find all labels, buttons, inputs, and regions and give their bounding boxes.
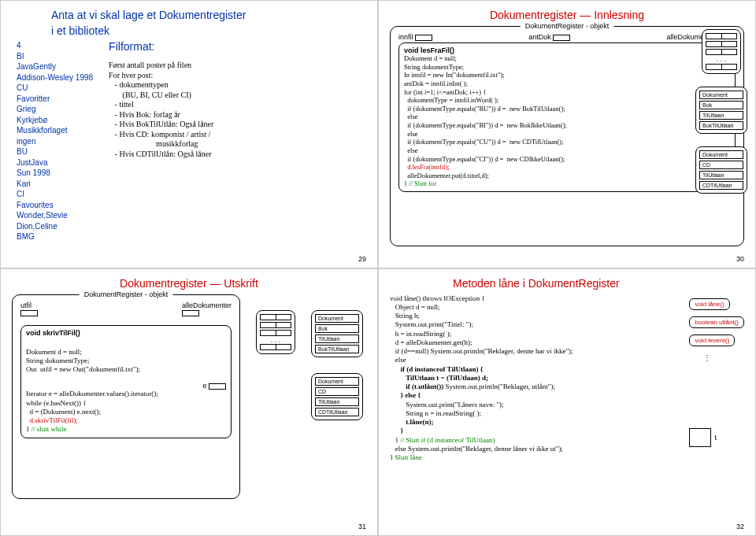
slide-29: Anta at vi skal lage et Dokumentregister…: [0, 0, 378, 268]
format-description: Først antall poster på filen For hver po…: [109, 61, 366, 159]
antdok-box: [553, 35, 570, 41]
class-box-cd: Dokument CD TilUtlaan CDTilUtlaan: [695, 146, 747, 194]
utfil-box: [20, 310, 38, 316]
alledok-label: alleDokumenter: [182, 301, 232, 309]
method-levere: void levere(): [689, 335, 735, 346]
innfil-box: [415, 35, 432, 41]
class-box-cd: Dokument CD TilUtlaan CDTilUtlaan: [311, 373, 363, 420]
object-label: DokumentRegister - objekt: [80, 290, 173, 298]
method-code: Dokument d = null; String dokumentType; …: [404, 54, 730, 188]
filformat-heading: Filformat:: [109, 40, 366, 53]
class-box-bok: Dokument Bok TilUtlaan BokTilUtlaan: [311, 310, 363, 357]
method-name: void skrivTilFil(): [26, 329, 226, 337]
innfil-label: innfil: [398, 33, 413, 41]
utfil-label: utfil: [20, 301, 32, 309]
antdok-label: antDok: [528, 33, 551, 41]
slide-title: Dokumentregister — Utskrift: [12, 277, 366, 290]
slide-title: Dokumentregister — Innlesning: [390, 9, 744, 21]
code-block-2: Iterator e = alleDokumenter.values().ite…: [26, 390, 226, 434]
page-number: 32: [736, 523, 744, 530]
hashmap-box: . . .: [702, 29, 741, 74]
title-line-1: Anta at vi skal lage et Dokumentregister: [51, 9, 366, 21]
page-number: 31: [358, 523, 366, 530]
file-listing: 4BIJavaGently Addison-Wesley 1998CUFavor…: [17, 40, 93, 242]
alledok-box: [182, 310, 199, 316]
slide-32: Metoden låne i DokumentRegister void lån…: [378, 268, 756, 537]
slide-30: Dokumentregister — Innlesning DokumentRe…: [378, 0, 756, 268]
slide-title: Metoden låne i DokumentRegister: [453, 277, 744, 290]
e-box: [209, 383, 226, 390]
e-label: e: [202, 382, 206, 390]
dots-icon: ⋮: [703, 353, 713, 362]
class-box-bok: Dokument Bok TilUtlaan BokTilUtlaan: [695, 87, 747, 134]
method-code: void låne() throws IOException { Object …: [390, 294, 680, 463]
object-label: DokumentRegister - objekt: [521, 22, 614, 30]
code-block-1: Dokument d = null; String dokumentType; …: [26, 348, 226, 375]
t-label: t: [714, 434, 717, 442]
slide-31: Dokumentregister — Utskrift DokumentRegi…: [0, 268, 378, 537]
page-number: 29: [358, 255, 366, 263]
method-utlant: boolean utlånt(): [689, 316, 744, 328]
title-line-2: i et bibliotek: [51, 24, 366, 37]
t-box: [689, 428, 711, 447]
method-name: void lesFraFil(): [404, 46, 730, 54]
hashmap-box: . . .: [256, 310, 295, 355]
method-lane: void låne(): [689, 298, 729, 310]
page-number: 30: [736, 255, 744, 263]
